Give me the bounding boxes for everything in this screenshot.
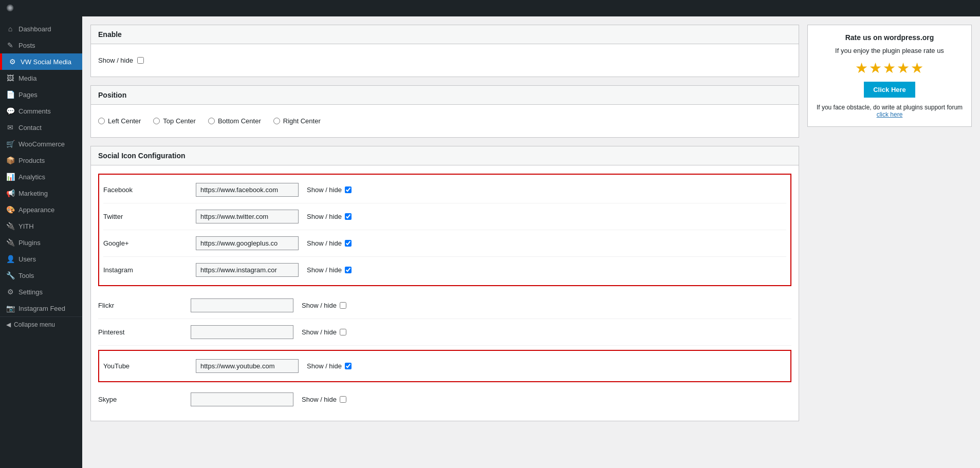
position-right-center-radio[interactable]: [273, 118, 280, 124]
users-icon: 👤: [6, 255, 14, 263]
comments-icon: 💬: [6, 107, 14, 115]
collapse-icon: ◀: [6, 321, 11, 328]
sidebar-item-marketing[interactable]: 📢 Marketing: [0, 185, 82, 201]
pinterest-url-input[interactable]: [191, 325, 293, 339]
youtube-show-hide-checkbox[interactable]: [345, 363, 352, 369]
sidebar-item-users[interactable]: 👤 Users: [0, 251, 82, 267]
instagram-show-hide-label: Show / hide: [307, 266, 342, 274]
wp-logo-icon: ✺: [6, 3, 14, 14]
sidebar-item-plugins[interactable]: 🔌 Plugins: [0, 234, 82, 251]
sidebar-item-settings[interactable]: ⚙ Settings: [0, 284, 82, 300]
media-icon: 🖼: [6, 74, 14, 82]
sidebar-item-vw-social-media[interactable]: ⚙ VW Social Media: [0, 53, 82, 70]
sidebar: ⌂ Dashboard ✎ Posts ⚙ VW Social Media 🖼 …: [0, 16, 82, 468]
flickr-url-input[interactable]: [191, 298, 293, 312]
social-row-google-plus: Google+ Show / hide: [103, 230, 786, 257]
click-here-button[interactable]: Click Here: [864, 82, 915, 98]
collapse-menu-button[interactable]: ◀ Collapse menu: [0, 316, 82, 332]
enable-row: Show / hide: [98, 52, 791, 68]
social-config-header: Social Icon Configuration: [91, 146, 799, 165]
sidebar-item-label: Posts: [19, 42, 35, 49]
sidebar-item-label: Comments: [19, 107, 51, 115]
twitter-url-input[interactable]: [196, 210, 299, 223]
sidebar-item-posts[interactable]: ✎ Posts: [0, 37, 82, 53]
sidebar-item-media[interactable]: 🖼 Media: [0, 70, 82, 86]
instagram-show-hide-checkbox[interactable]: [345, 267, 352, 273]
twitter-show-hide-checkbox[interactable]: [345, 213, 352, 220]
enable-show-hide-label: Show / hide: [98, 57, 133, 64]
contact-icon: ✉: [6, 123, 14, 132]
social-group-red-top: Facebook Show / hide Twitter Show / hide: [98, 174, 791, 286]
rate-card-footer: If you face obstacle, do write at plugin…: [816, 104, 963, 118]
position-right-center[interactable]: Right Center: [273, 117, 321, 125]
position-top-center-label: Top Center: [163, 117, 196, 125]
sidebar-item-appearance[interactable]: 🎨 Appearance: [0, 201, 82, 218]
sidebar-item-analytics[interactable]: 📊 Analytics: [0, 169, 82, 185]
flickr-show-hide-checkbox[interactable]: [340, 302, 346, 309]
analytics-icon: 📊: [6, 173, 14, 181]
sidebar-item-tools[interactable]: 🔧 Tools: [0, 267, 82, 284]
pinterest-show-hide-checkbox[interactable]: [340, 329, 346, 335]
flickr-show-hide-label: Show / hide: [302, 302, 337, 309]
social-name-twitter: Twitter: [103, 213, 196, 220]
sidebar-item-label: WooCommerce: [19, 140, 65, 148]
enable-checkbox[interactable]: [137, 57, 144, 64]
collapse-label: Collapse menu: [14, 321, 55, 328]
social-row-pinterest: Pinterest Show / hide: [98, 319, 791, 346]
main-content: Enable Show / hide Position: [90, 25, 799, 460]
skype-show-hide-checkbox[interactable]: [340, 396, 346, 403]
google-plus-show-hide-checkbox[interactable]: [345, 240, 352, 247]
sidebar-item-instagram-feed[interactable]: 📷 Instagram Feed: [0, 300, 82, 316]
marketing-icon: 📢: [6, 189, 14, 197]
skype-url-input[interactable]: [191, 392, 293, 406]
social-group-red-youtube: YouTube Show / hide: [98, 350, 791, 382]
dashboard-icon: ⌂: [6, 25, 14, 33]
position-top-center-radio[interactable]: [153, 118, 160, 124]
instagram-feed-icon: 📷: [6, 304, 14, 312]
sidebar-item-label: Contact: [19, 124, 42, 132]
position-bottom-center[interactable]: Bottom Center: [208, 117, 261, 125]
sidebar-item-yith[interactable]: 🔌 YITH: [0, 218, 82, 234]
rate-card-footer-text: If you face obstacle, do write at plugin…: [817, 104, 963, 111]
social-name-youtube: YouTube: [103, 362, 196, 370]
settings-icon: ⚙: [6, 288, 14, 296]
sidebar-item-label: Appearance: [19, 206, 54, 214]
social-config-body: Facebook Show / hide Twitter Show / hide: [91, 165, 799, 421]
sidebar-item-label: Products: [19, 157, 45, 164]
plugins-icon: 🔌: [6, 238, 14, 247]
sidebar-item-products[interactable]: 📦 Products: [0, 152, 82, 169]
position-bottom-center-radio[interactable]: [208, 118, 215, 124]
rate-card-footer-link[interactable]: click here: [877, 111, 903, 118]
pages-icon: 📄: [6, 90, 14, 99]
sidebar-item-label: Analytics: [19, 173, 45, 181]
social-name-instagram: Instagram: [103, 266, 196, 274]
sidebar-item-label: Tools: [19, 272, 34, 279]
facebook-show-hide-checkbox[interactable]: [345, 186, 352, 193]
position-left-center-radio[interactable]: [98, 118, 105, 124]
sidebar-item-dashboard[interactable]: ⌂ Dashboard: [0, 21, 82, 37]
position-section-body: Left Center Top Center Bottom Center: [91, 105, 799, 137]
youtube-show-hide-label: Show / hide: [307, 362, 342, 370]
enable-title: Enable: [98, 30, 122, 39]
social-row-facebook: Facebook Show / hide: [103, 177, 786, 203]
social-name-pinterest: Pinterest: [98, 328, 191, 336]
rate-card-title: Rate us on wordpress.org: [816, 33, 963, 42]
facebook-url-input[interactable]: [196, 183, 299, 197]
sidebar-item-label: Pages: [19, 91, 38, 99]
youtube-url-input[interactable]: [196, 359, 299, 373]
admin-bar: ✺: [0, 0, 980, 16]
sidebar-item-pages[interactable]: 📄 Pages: [0, 86, 82, 103]
position-top-center[interactable]: Top Center: [153, 117, 196, 125]
google-plus-url-input[interactable]: [196, 236, 299, 250]
position-left-center[interactable]: Left Center: [98, 117, 141, 125]
social-config-section: Social Icon Configuration Facebook Show …: [90, 146, 799, 421]
position-title: Position: [98, 91, 126, 99]
instagram-url-input[interactable]: [196, 263, 299, 277]
social-name-facebook: Facebook: [103, 186, 196, 194]
sidebar-item-comments[interactable]: 💬 Comments: [0, 103, 82, 119]
yith-icon: 🔌: [6, 222, 14, 230]
social-row-instagram: Instagram Show / hide: [103, 257, 786, 283]
position-right-center-label: Right Center: [283, 117, 321, 125]
sidebar-item-contact[interactable]: ✉ Contact: [0, 119, 82, 136]
sidebar-item-woocommerce[interactable]: 🛒 WooCommerce: [0, 136, 82, 152]
